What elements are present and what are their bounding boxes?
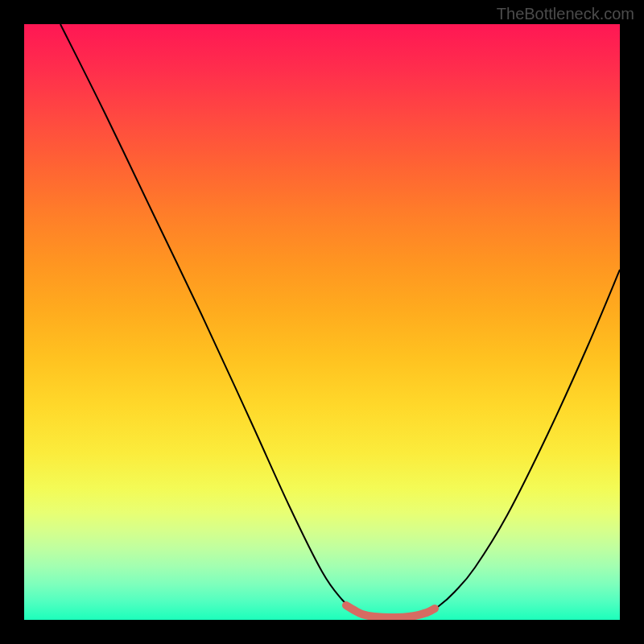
watermark-text: TheBottleneck.com: [497, 5, 634, 23]
highlight-segment: [346, 605, 435, 617]
main-curve: [60, 24, 620, 617]
plot-area: [24, 24, 620, 620]
curve-svg: [24, 24, 620, 620]
